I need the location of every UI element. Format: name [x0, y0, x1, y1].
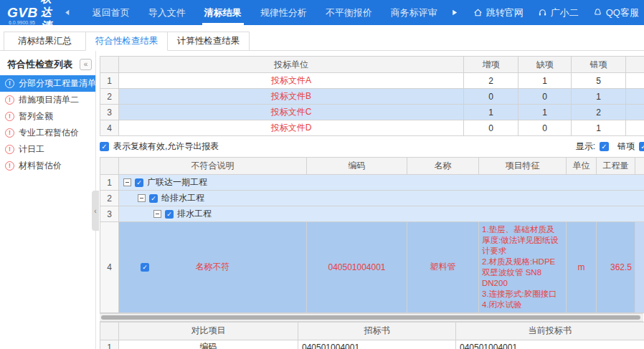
review-note-row: 表示复核有效,允许导出报表 显示: 错项 — [100, 136, 643, 157]
alert-circle-icon — [5, 79, 14, 88]
row-number: 1 — [100, 340, 119, 349]
menu-item-import[interactable]: 导入文件 — [139, 0, 195, 25]
table-header-row: 对比项目 招标书 当前投标书 — [100, 322, 644, 340]
partial-cell — [626, 73, 644, 89]
tree-cell: 广联达一期工程 — [119, 175, 644, 191]
scrollbar-thumb[interactable] — [101, 315, 640, 320]
horizontal-scrollbar[interactable] — [100, 313, 643, 322]
bid-summary-table: 投标单位 增项 缺项 错项 1 投标文件A 2 1 5 2 投标文件B — [100, 56, 644, 136]
play-icon[interactable] — [450, 8, 459, 18]
sidebar-item-provisional-sum[interactable]: 暂列金额 — [0, 108, 95, 125]
tree-node-label: 广联达一期工程 — [147, 176, 207, 188]
collapse-node-icon[interactable] — [138, 194, 146, 202]
row-number: 4 — [100, 120, 119, 136]
alert-circle-icon — [5, 145, 14, 154]
tree-row-drainage[interactable]: 3 排水工程 — [100, 206, 644, 222]
table-header-row: 不符合说明 编码 名称 项目特征 单位 工程量 — [100, 158, 644, 175]
link-official-site[interactable]: 跳转官网 — [473, 6, 524, 19]
sidebar-collapse-handle[interactable]: ‹ — [92, 191, 99, 231]
sidebar-title: 符合性检查列表 — [7, 58, 72, 71]
sidebar-list: 分部分项工程量清单 措施项目清单二 暂列金额 专业工程暂估价 计日工 — [0, 75, 95, 174]
tab-conformity-check[interactable]: 符合性检查结果 — [85, 32, 168, 51]
error-filter-label[interactable]: 错项 — [617, 140, 635, 153]
menu-collapse-left-icon[interactable] — [62, 8, 72, 18]
col-header-current-bid: 当前投标书 — [456, 322, 644, 340]
table-row[interactable]: 4 投标文件D 0 0 1 — [100, 120, 644, 136]
sidebar-item-label: 专业工程暂估价 — [19, 127, 79, 139]
sidebar-item-daywork[interactable]: 计日工 — [0, 141, 95, 158]
error-count-cell: 1 — [572, 89, 626, 105]
col-header-quantity: 工程量 — [597, 158, 635, 175]
tree-row-water-supply[interactable]: 2 给排水工程 — [100, 191, 644, 206]
menu-item-clear-result[interactable]: 清标结果 — [195, 0, 251, 25]
tree-row-project[interactable]: 1 广联达一期工程 — [100, 175, 644, 191]
table-row[interactable]: 3 投标文件C 1 1 2 — [100, 105, 644, 120]
row-number: 2 — [100, 191, 119, 206]
menu-item-business-review[interactable]: 商务标评审 — [382, 0, 447, 25]
add-count-cell: 1 — [464, 105, 518, 120]
nonconformity-detail-table: 不符合说明 编码 名称 项目特征 单位 工程量 1 广联达一期工程 — [100, 157, 644, 313]
sidebar-item-material-estimate[interactable]: 材料暂估价 — [0, 158, 95, 174]
node-checkbox[interactable] — [149, 194, 158, 203]
menu-item-home[interactable]: 返回首页 — [83, 0, 139, 25]
tree-cell: 给排水工程 — [119, 191, 644, 206]
app-logo: GVB 广联达清标 6.0.9900.95 — [7, 0, 52, 25]
tab-result-summary[interactable]: 清标结果汇总 — [4, 32, 86, 51]
collapse-node-icon[interactable] — [153, 210, 161, 218]
description-text: 名称不符 — [196, 262, 230, 272]
col-header-compare-item: 对比项目 — [119, 322, 298, 340]
link-qq-service[interactable]: QQ客服 — [593, 6, 639, 19]
review-valid-checkbox[interactable] — [100, 142, 109, 151]
logo-text: GVB — [7, 5, 38, 21]
node-checkbox[interactable] — [135, 178, 143, 187]
headset-icon — [538, 8, 548, 18]
tree-node-label: 给排水工程 — [161, 192, 204, 204]
partial-cell — [626, 105, 644, 120]
col-header-unit: 投标单位 — [119, 57, 464, 73]
table-row[interactable]: 2 投标文件B 0 0 1 — [100, 89, 644, 105]
collapse-node-icon[interactable] — [123, 178, 131, 186]
tab-calculation-check[interactable]: 计算性检查结果 — [167, 32, 250, 51]
nonconformity-item-row[interactable]: 4 名称不符 040501004001 塑料管 1.垫层、基础材质及厚度:做法详… — [100, 222, 644, 313]
link-label: 广小二 — [551, 6, 579, 19]
compare-item-cell: 编码 — [119, 340, 298, 349]
alert-circle-icon — [5, 112, 14, 121]
sidebar-item-professional-estimate[interactable]: 专业工程暂估价 — [0, 125, 95, 141]
alert-circle-icon — [5, 128, 14, 138]
sidebar-item-subsection-boq[interactable]: 分部分项工程量清单 — [0, 75, 95, 92]
col-header-name: 名称 — [407, 158, 479, 175]
sidebar-item-label: 计日工 — [19, 143, 44, 156]
node-checkbox[interactable] — [165, 210, 174, 219]
sidebar-item-measure-list[interactable]: 措施项目清单二 — [0, 92, 95, 108]
partial-cell — [626, 89, 644, 105]
link-label: QQ客服 — [606, 6, 639, 19]
col-header-error: 错项 — [572, 57, 626, 73]
link-assistant[interactable]: 广小二 — [538, 6, 579, 19]
error-filter-checkbox[interactable] — [600, 142, 609, 151]
row-number: 4 — [100, 222, 119, 313]
filter-checkbox-partial[interactable] — [639, 142, 644, 151]
result-tabbar: 清标结果汇总 符合性检查结果 计算性检查结果 — [0, 25, 644, 51]
description-cell: 名称不符 — [119, 222, 307, 313]
missing-count-cell: 1 — [518, 73, 572, 89]
topbar-menu: 返回首页 导入文件 清标结果 规律性分析 不平衡报价 商务标评审 — [83, 0, 447, 25]
item-checkbox[interactable] — [141, 263, 149, 272]
menu-item-regularity[interactable]: 规律性分析 — [251, 0, 316, 25]
table-row[interactable]: 1 编码 040501004001 040501004001 — [100, 340, 644, 349]
bid-unit-cell: 投标文件B — [119, 89, 464, 105]
menu-item-unbalanced[interactable]: 不平衡报价 — [316, 0, 382, 25]
sidebar-item-label: 分部分项工程量清单 — [19, 77, 95, 90]
error-count-cell: 5 — [572, 73, 626, 89]
version-label: 6.0.9900.95 — [9, 20, 35, 25]
row-number-header — [100, 158, 119, 175]
comparison-table: 对比项目 招标书 当前投标书 1 编码 040501004001 0405010… — [100, 322, 644, 349]
alert-circle-icon — [5, 161, 14, 171]
col-header-missing: 缺项 — [518, 57, 572, 73]
add-count-cell: 2 — [464, 73, 518, 89]
missing-count-cell: 0 — [518, 120, 572, 136]
sidebar-collapse-icon[interactable] — [80, 59, 92, 70]
table-row[interactable]: 1 投标文件A 2 1 5 — [100, 73, 644, 89]
partial-cell — [635, 222, 644, 313]
row-number-header — [100, 57, 119, 73]
sidebar-header: 符合性检查列表 — [0, 57, 95, 72]
